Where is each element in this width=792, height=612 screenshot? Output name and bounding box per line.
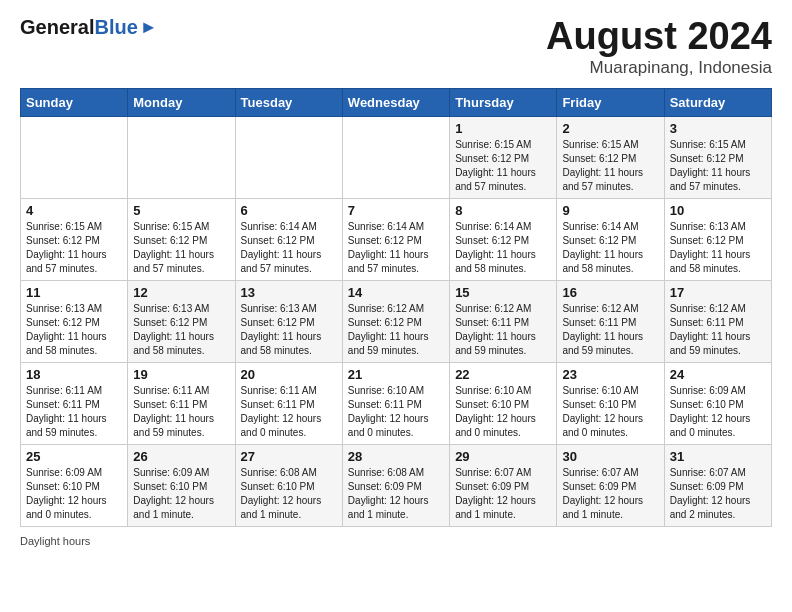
day-info: Sunrise: 6:15 AM Sunset: 6:12 PM Dayligh… [26, 221, 107, 274]
day-number: 19 [133, 367, 229, 382]
day-info: Sunrise: 6:13 AM Sunset: 6:12 PM Dayligh… [133, 303, 214, 356]
calendar-cell: 28Sunrise: 6:08 AM Sunset: 6:09 PM Dayli… [342, 444, 449, 526]
day-number: 23 [562, 367, 658, 382]
calendar-cell: 23Sunrise: 6:10 AM Sunset: 6:10 PM Dayli… [557, 362, 664, 444]
day-info: Sunrise: 6:12 AM Sunset: 6:11 PM Dayligh… [670, 303, 751, 356]
calendar-cell: 9Sunrise: 6:14 AM Sunset: 6:12 PM Daylig… [557, 198, 664, 280]
logo-blue-text: Blue [94, 16, 137, 39]
calendar-cell: 11Sunrise: 6:13 AM Sunset: 6:12 PM Dayli… [21, 280, 128, 362]
day-number: 10 [670, 203, 766, 218]
day-number: 2 [562, 121, 658, 136]
title-block: August 2024 Muarapinang, Indonesia [546, 16, 772, 78]
calendar-table: SundayMondayTuesdayWednesdayThursdayFrid… [20, 88, 772, 527]
calendar-week-row: 1Sunrise: 6:15 AM Sunset: 6:12 PM Daylig… [21, 116, 772, 198]
calendar-header-row: SundayMondayTuesdayWednesdayThursdayFrid… [21, 88, 772, 116]
calendar-cell: 30Sunrise: 6:07 AM Sunset: 6:09 PM Dayli… [557, 444, 664, 526]
day-number: 9 [562, 203, 658, 218]
day-number: 8 [455, 203, 551, 218]
day-info: Sunrise: 6:07 AM Sunset: 6:09 PM Dayligh… [670, 467, 751, 520]
day-of-week-header: Sunday [21, 88, 128, 116]
day-info: Sunrise: 6:15 AM Sunset: 6:12 PM Dayligh… [670, 139, 751, 192]
day-number: 20 [241, 367, 337, 382]
day-info: Sunrise: 6:14 AM Sunset: 6:12 PM Dayligh… [348, 221, 429, 274]
day-number: 13 [241, 285, 337, 300]
day-info: Sunrise: 6:15 AM Sunset: 6:12 PM Dayligh… [562, 139, 643, 192]
calendar-cell: 20Sunrise: 6:11 AM Sunset: 6:11 PM Dayli… [235, 362, 342, 444]
calendar-cell: 7Sunrise: 6:14 AM Sunset: 6:12 PM Daylig… [342, 198, 449, 280]
logo-arrow-icon: ► [140, 17, 158, 38]
day-info: Sunrise: 6:07 AM Sunset: 6:09 PM Dayligh… [562, 467, 643, 520]
calendar-cell [235, 116, 342, 198]
day-info: Sunrise: 6:15 AM Sunset: 6:12 PM Dayligh… [455, 139, 536, 192]
logo: General Blue ► [20, 16, 158, 39]
day-number: 11 [26, 285, 122, 300]
day-number: 6 [241, 203, 337, 218]
day-info: Sunrise: 6:13 AM Sunset: 6:12 PM Dayligh… [26, 303, 107, 356]
day-number: 12 [133, 285, 229, 300]
calendar-cell: 15Sunrise: 6:12 AM Sunset: 6:11 PM Dayli… [450, 280, 557, 362]
day-info: Sunrise: 6:08 AM Sunset: 6:10 PM Dayligh… [241, 467, 322, 520]
day-info: Sunrise: 6:07 AM Sunset: 6:09 PM Dayligh… [455, 467, 536, 520]
day-number: 22 [455, 367, 551, 382]
calendar-cell: 10Sunrise: 6:13 AM Sunset: 6:12 PM Dayli… [664, 198, 771, 280]
day-number: 31 [670, 449, 766, 464]
day-info: Sunrise: 6:12 AM Sunset: 6:11 PM Dayligh… [455, 303, 536, 356]
calendar-cell: 1Sunrise: 6:15 AM Sunset: 6:12 PM Daylig… [450, 116, 557, 198]
calendar-cell: 12Sunrise: 6:13 AM Sunset: 6:12 PM Dayli… [128, 280, 235, 362]
day-number: 14 [348, 285, 444, 300]
calendar-cell: 4Sunrise: 6:15 AM Sunset: 6:12 PM Daylig… [21, 198, 128, 280]
calendar-cell: 5Sunrise: 6:15 AM Sunset: 6:12 PM Daylig… [128, 198, 235, 280]
day-info: Sunrise: 6:15 AM Sunset: 6:12 PM Dayligh… [133, 221, 214, 274]
day-info: Sunrise: 6:12 AM Sunset: 6:12 PM Dayligh… [348, 303, 429, 356]
calendar-cell: 31Sunrise: 6:07 AM Sunset: 6:09 PM Dayli… [664, 444, 771, 526]
page-subtitle: Muarapinang, Indonesia [546, 58, 772, 78]
day-info: Sunrise: 6:09 AM Sunset: 6:10 PM Dayligh… [133, 467, 214, 520]
day-number: 4 [26, 203, 122, 218]
day-info: Sunrise: 6:13 AM Sunset: 6:12 PM Dayligh… [670, 221, 751, 274]
calendar-cell: 26Sunrise: 6:09 AM Sunset: 6:10 PM Dayli… [128, 444, 235, 526]
calendar-cell: 13Sunrise: 6:13 AM Sunset: 6:12 PM Dayli… [235, 280, 342, 362]
calendar-cell: 21Sunrise: 6:10 AM Sunset: 6:11 PM Dayli… [342, 362, 449, 444]
day-info: Sunrise: 6:14 AM Sunset: 6:12 PM Dayligh… [455, 221, 536, 274]
day-number: 7 [348, 203, 444, 218]
day-of-week-header: Tuesday [235, 88, 342, 116]
day-info: Sunrise: 6:11 AM Sunset: 6:11 PM Dayligh… [241, 385, 322, 438]
calendar-cell [342, 116, 449, 198]
day-info: Sunrise: 6:09 AM Sunset: 6:10 PM Dayligh… [670, 385, 751, 438]
calendar-cell: 3Sunrise: 6:15 AM Sunset: 6:12 PM Daylig… [664, 116, 771, 198]
calendar-week-row: 4Sunrise: 6:15 AM Sunset: 6:12 PM Daylig… [21, 198, 772, 280]
day-info: Sunrise: 6:11 AM Sunset: 6:11 PM Dayligh… [26, 385, 107, 438]
day-number: 5 [133, 203, 229, 218]
day-of-week-header: Wednesday [342, 88, 449, 116]
day-of-week-header: Friday [557, 88, 664, 116]
day-number: 3 [670, 121, 766, 136]
day-number: 1 [455, 121, 551, 136]
day-of-week-header: Thursday [450, 88, 557, 116]
day-number: 17 [670, 285, 766, 300]
day-info: Sunrise: 6:10 AM Sunset: 6:10 PM Dayligh… [562, 385, 643, 438]
calendar-cell: 24Sunrise: 6:09 AM Sunset: 6:10 PM Dayli… [664, 362, 771, 444]
day-number: 21 [348, 367, 444, 382]
day-number: 15 [455, 285, 551, 300]
day-number: 28 [348, 449, 444, 464]
day-info: Sunrise: 6:13 AM Sunset: 6:12 PM Dayligh… [241, 303, 322, 356]
day-number: 26 [133, 449, 229, 464]
day-number: 30 [562, 449, 658, 464]
calendar-cell: 18Sunrise: 6:11 AM Sunset: 6:11 PM Dayli… [21, 362, 128, 444]
page-header: General Blue ► August 2024 Muarapinang, … [20, 16, 772, 78]
calendar-cell: 8Sunrise: 6:14 AM Sunset: 6:12 PM Daylig… [450, 198, 557, 280]
day-number: 16 [562, 285, 658, 300]
daylight-label: Daylight hours [20, 535, 90, 547]
day-number: 25 [26, 449, 122, 464]
day-info: Sunrise: 6:14 AM Sunset: 6:12 PM Dayligh… [562, 221, 643, 274]
calendar-cell: 27Sunrise: 6:08 AM Sunset: 6:10 PM Dayli… [235, 444, 342, 526]
footer-daylight: Daylight hours [20, 535, 90, 547]
calendar-week-row: 25Sunrise: 6:09 AM Sunset: 6:10 PM Dayli… [21, 444, 772, 526]
day-of-week-header: Monday [128, 88, 235, 116]
day-number: 18 [26, 367, 122, 382]
footer: Daylight hours [20, 535, 772, 547]
calendar-cell: 25Sunrise: 6:09 AM Sunset: 6:10 PM Dayli… [21, 444, 128, 526]
calendar-cell: 2Sunrise: 6:15 AM Sunset: 6:12 PM Daylig… [557, 116, 664, 198]
day-info: Sunrise: 6:10 AM Sunset: 6:10 PM Dayligh… [455, 385, 536, 438]
calendar-week-row: 11Sunrise: 6:13 AM Sunset: 6:12 PM Dayli… [21, 280, 772, 362]
